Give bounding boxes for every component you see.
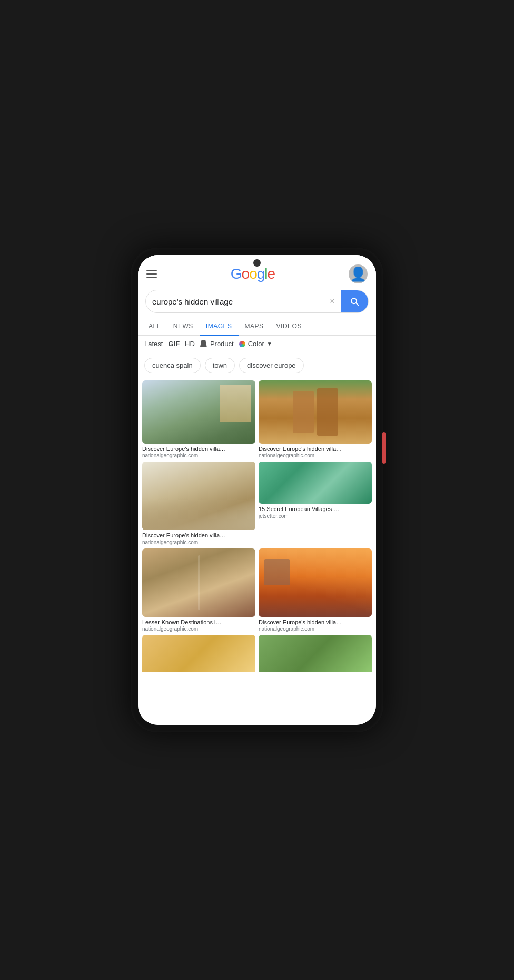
image-source-4: jetsetter.com <box>259 513 372 519</box>
chevron-down-icon: ▼ <box>267 341 272 347</box>
filter-bar: Latest GIF HD Product Color ▼ <box>138 336 376 352</box>
image-source-2: nationalgeographic.com <box>259 453 372 458</box>
filter-product[interactable]: Product <box>200 340 234 348</box>
image-thumbnail-8 <box>259 635 372 672</box>
suggestion-cuenca[interactable]: cuenca spain <box>144 358 201 373</box>
image-title-3: Discover Europe's hidden villa… <box>142 532 255 539</box>
image-item-3[interactable]: Discover Europe's hidden villa… national… <box>142 462 255 545</box>
image-title-4: 15 Secret European Villages … <box>259 505 372 513</box>
logo-o1: o <box>242 266 250 282</box>
image-thumbnail-1 <box>142 380 255 444</box>
image-title-6: Discover Europe's hidden villa… <box>259 619 372 626</box>
filter-color[interactable]: Color ▼ <box>239 340 272 348</box>
clear-icon[interactable]: × <box>324 293 341 310</box>
logo-g1: G <box>231 266 242 282</box>
side-bar <box>382 432 386 464</box>
tab-maps[interactable]: MAPS <box>239 317 270 335</box>
image-item-6[interactable]: Discover Europe's hidden villa… national… <box>259 548 372 632</box>
image-title-2: Discover Europe's hidden villa… <box>259 445 372 453</box>
image-item-2[interactable]: Discover Europe's hidden villa… national… <box>259 380 372 458</box>
grid-row-1: Discover Europe's hidden villa… national… <box>142 380 372 458</box>
tab-all[interactable]: ALL <box>142 317 167 335</box>
palette-icon <box>239 341 245 347</box>
grid-row-2: Discover Europe's hidden villa… national… <box>142 462 372 545</box>
image-thumbnail-3 <box>142 462 255 530</box>
image-item-1[interactable]: Discover Europe's hidden villa… national… <box>142 380 255 458</box>
camera-icon <box>253 259 261 267</box>
image-source-6: nationalgeographic.com <box>259 626 372 632</box>
image-thumbnail-4 <box>259 462 372 504</box>
image-item-5[interactable]: Lesser-Known Destinations i… nationalgeo… <box>142 548 255 632</box>
avatar[interactable]: 👤 <box>349 264 368 283</box>
image-title-1: Discover Europe's hidden villa… <box>142 445 255 453</box>
image-grid: Discover Europe's hidden villa… national… <box>138 378 376 725</box>
grid-row-3: Lesser-Known Destinations i… nationalgeo… <box>142 548 372 632</box>
image-thumbnail-6 <box>259 548 372 617</box>
filter-hd[interactable]: HD <box>185 340 195 348</box>
image-thumbnail-2 <box>259 380 372 444</box>
search-input[interactable] <box>146 297 324 306</box>
logo-e: e <box>268 266 275 282</box>
search-bar: × <box>145 290 369 313</box>
image-source-3: nationalgeographic.com <box>142 540 255 545</box>
screen: Google 👤 × <box>138 255 376 725</box>
filter-gif[interactable]: GIF <box>168 340 180 348</box>
product-tag-icon <box>200 340 207 347</box>
image-item-7[interactable] <box>142 635 255 672</box>
hamburger-menu-icon[interactable] <box>146 270 157 278</box>
tab-videos[interactable]: VIDEOS <box>270 317 308 335</box>
image-item-4-wrap: 15 Secret European Villages … jetsetter.… <box>259 462 372 545</box>
logo-g2: g <box>257 266 265 282</box>
search-icon <box>349 296 360 307</box>
phone-frame: Google 👤 × <box>131 248 383 732</box>
suggestion-pills: cuenca spain town discover europe <box>138 352 376 378</box>
image-source-5: nationalgeographic.com <box>142 626 255 632</box>
suggestion-town[interactable]: town <box>205 358 235 373</box>
image-source-1: nationalgeographic.com <box>142 453 255 458</box>
image-thumbnail-5 <box>142 548 255 617</box>
filter-latest[interactable]: Latest <box>144 340 163 348</box>
search-button[interactable] <box>341 290 368 313</box>
search-tabs: ALL NEWS IMAGES MAPS VIDEOS <box>138 317 376 336</box>
image-item-4[interactable]: 15 Secret European Villages … jetsetter.… <box>259 462 372 518</box>
logo-o2: o <box>249 266 257 282</box>
image-item-8[interactable] <box>259 635 372 672</box>
tab-images[interactable]: IMAGES <box>200 317 239 335</box>
google-logo: Google <box>231 266 275 282</box>
suggestion-discover[interactable]: discover europe <box>239 358 304 373</box>
tab-news[interactable]: NEWS <box>167 317 200 335</box>
image-title-5: Lesser-Known Destinations i… <box>142 619 255 626</box>
search-bar-container: × <box>138 288 376 317</box>
image-thumbnail-7 <box>142 635 255 672</box>
grid-row-4 <box>142 635 372 672</box>
